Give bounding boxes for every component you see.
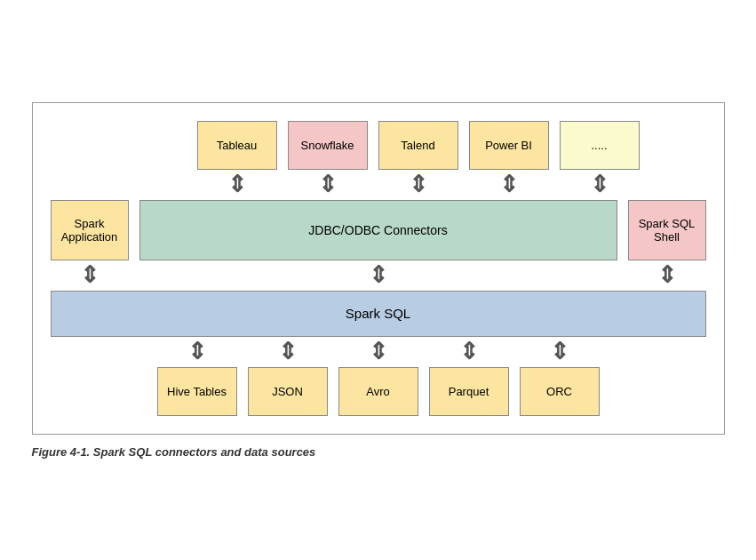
hive-tables-box: Hive Tables [157,367,237,416]
arrow-dots: ⇕ [560,173,640,196]
caption-bold: Figure 4-1. [32,445,91,459]
spark-app-box: Spark Application [51,200,129,260]
dots-box: ..... [560,121,640,170]
arrows-mid-row: ⇕ ⇕ ⇕ [51,264,706,287]
avro-box: Avro [338,367,418,416]
arrow-powerbi: ⇕ [469,173,549,196]
caption-text: Spark SQL connectors and data sources [90,445,315,459]
arrow-parquet: ⇕ [429,340,509,364]
jdbc-box: JDBC/ODBC Connectors [139,200,617,260]
talend-box: Talend [378,121,458,170]
bottom-sources-row: Hive Tables JSON Avro Parquet ORC [51,367,706,416]
arrow-spark-app: ⇕ [51,264,129,287]
spark-sql-shell-box: Spark SQLShell [628,200,706,260]
spark-sql-row: Spark SQL [51,291,706,337]
arrow-tableau: ⇕ [197,173,277,196]
middle-row: Spark Application JDBC/ODBC Connectors S… [51,200,706,260]
arrow-json: ⇕ [248,340,328,364]
arrow-avro: ⇕ [338,340,418,364]
arrow-orc: ⇕ [520,340,600,364]
arrow-snowflake: ⇕ [288,173,368,196]
spark-sql-box: Spark SQL [51,291,706,337]
tableau-box: Tableau [197,121,277,170]
parquet-box: Parquet [429,367,509,416]
arrow-talend: ⇕ [378,173,458,196]
arrows-top-row: ⇕ ⇕ ⇕ ⇕ ⇕ [51,173,706,196]
orc-box: ORC [520,367,600,416]
json-box: JSON [248,367,328,416]
arrows-bottom-row: ⇕ ⇕ ⇕ ⇕ ⇕ [51,340,706,364]
top-tools-row: Tableau Snowflake Talend Power BI ..... [51,121,706,170]
diagram-container: Tableau Snowflake Talend Power BI ..... … [32,102,725,435]
snowflake-box: Snowflake [288,121,368,170]
arrow-spark-shell: ⇕ [628,264,706,287]
arrow-hive: ⇕ [157,340,237,364]
arrow-jdbc-center: ⇕ [139,264,617,287]
page-wrapper: Tableau Snowflake Talend Power BI ..... … [0,0,756,560]
caption: Figure 4-1. Spark SQL connectors and dat… [32,445,725,459]
powerbi-box: Power BI [469,121,549,170]
